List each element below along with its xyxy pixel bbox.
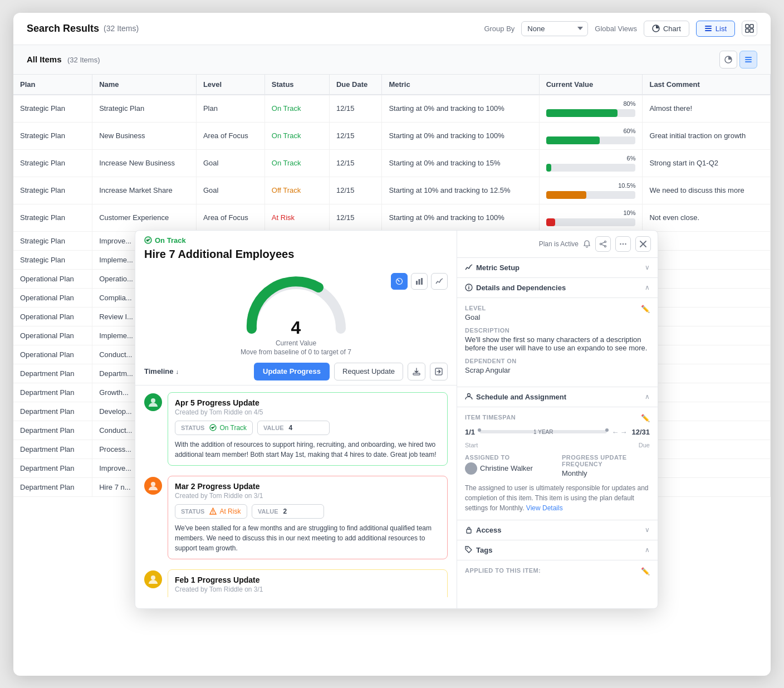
metric-setup-section-header[interactable]: Metric Setup ∨	[457, 258, 658, 278]
chart-view-button[interactable]: Chart	[644, 21, 689, 37]
metric-setup-label: Metric Setup	[476, 264, 520, 272]
cell-level: Area of Focus	[196, 122, 264, 149]
table-row[interactable]: Strategic Plan Customer Experience Area …	[13, 204, 771, 231]
close-panel-btn[interactable]	[635, 236, 651, 252]
line-chart-btn[interactable]	[431, 273, 448, 290]
bar-chart-btn[interactable]	[411, 273, 428, 290]
dependent-on-field: Dependent On Scrap Angular	[465, 358, 650, 374]
item-timespan-label-field: Item Timespan	[465, 414, 641, 422]
avatar-person-icon	[148, 397, 159, 408]
tags-section-header[interactable]: Tags ∧	[457, 540, 658, 560]
bell-icon	[583, 240, 591, 248]
more-options-btn[interactable]	[430, 363, 448, 380]
access-label: Access	[476, 526, 502, 534]
table-row[interactable]: Strategic Plan Strategic Plan Plan On Tr…	[13, 95, 771, 123]
svg-rect-10	[745, 59, 752, 60]
cell-name: Strategic Plan	[92, 95, 197, 123]
table-row[interactable]: Strategic Plan Increase New Business Goa…	[13, 149, 771, 177]
cell-plan: Department Plan	[13, 402, 92, 421]
gauge-desc: Move from baseline of 0 to target of 7	[241, 348, 352, 356]
share-icon	[435, 368, 443, 375]
progress-freq-field: Progress Update Frequency Monthly	[562, 454, 650, 477]
detail-right-pane: Plan is Active Metric Setup ∨	[457, 231, 658, 576]
cell-last-comment	[643, 477, 771, 496]
schedule-section-header[interactable]: Schedule and Assignment ∧	[457, 387, 658, 407]
update-item: Apr 5 Progress Update Created by Tom Rid…	[144, 392, 448, 466]
tags-section-body: Applied to this item: ✏️ ExpansionNew Bu…	[457, 560, 658, 576]
cell-plan: Strategic Plan	[13, 95, 92, 123]
timeline-bar: Timeline ↓ Update Progress Request Updat…	[135, 356, 457, 386]
year-label: 1 YEAR	[533, 429, 553, 435]
plan-active-text: Plan is Active	[539, 240, 579, 248]
gauge-sub-label: Current Value	[241, 339, 352, 347]
global-views-label: Global Views	[595, 25, 637, 33]
cell-status: Off Track	[264, 177, 329, 204]
download-btn[interactable]	[408, 363, 425, 380]
cell-last-comment	[643, 440, 771, 458]
chart-icon-group	[391, 273, 448, 290]
svg-rect-15	[416, 281, 418, 285]
view-details-link[interactable]: View Details	[526, 504, 563, 512]
svg-point-20	[151, 398, 155, 403]
svg-rect-16	[419, 279, 420, 285]
gauge-chart-btn[interactable]	[391, 273, 408, 290]
timespan-row: 1/1 1 YEAR ←→ 12/31	[465, 428, 650, 436]
edit-level-btn[interactable]: ✏️	[641, 305, 650, 313]
group-by-select[interactable]: None Plan Level	[521, 21, 588, 36]
svg-point-34	[623, 243, 624, 244]
col-header-name: Name	[92, 75, 197, 95]
col-header-status: Status	[264, 75, 329, 95]
list-view-btn[interactable]	[739, 51, 757, 69]
list-icon	[704, 25, 712, 32]
timespan-bar: 1 YEAR	[479, 430, 607, 433]
close-icon	[640, 241, 646, 247]
check-circle-icon	[144, 236, 152, 244]
cell-due-date: 12/15	[329, 122, 381, 149]
details-section-header[interactable]: Details and Dependencies ∧	[457, 278, 658, 298]
update-fields: STATUS On Track VALUE 4	[175, 421, 440, 435]
edit-tags-btn[interactable]: ✏️	[641, 567, 650, 575]
layout-toggle-button[interactable]	[742, 21, 757, 36]
share-panel-btn[interactable]	[595, 236, 611, 252]
cell-due-date: 12/15	[329, 149, 381, 177]
update-value-field: VALUE 2	[252, 504, 324, 519]
list-view-button[interactable]: List	[696, 21, 735, 37]
detail-title: Hire 7 Additional Employees	[135, 248, 457, 266]
cell-status: On Track	[264, 149, 329, 177]
timeline-label[interactable]: Timeline ↓	[144, 367, 179, 375]
cell-last-comment	[643, 288, 771, 307]
update-meta: Created by Tom Riddle on 3/1	[175, 492, 440, 500]
cell-last-comment: Strong start in Q1-Q2	[643, 149, 771, 177]
at-risk-icon	[209, 508, 217, 515]
group-by-label: Group By	[484, 25, 514, 33]
update-body: Mar 2 Progress Update Created by Tom Rid…	[168, 476, 448, 559]
request-update-button[interactable]: Request Update	[334, 363, 403, 380]
header-left: Search Results (32 Items)	[27, 23, 139, 35]
table-row[interactable]: Strategic Plan New Business Area of Focu…	[13, 122, 771, 149]
schedule-chevron: ∧	[645, 393, 650, 401]
edit-timespan-btn[interactable]: ✏️	[641, 414, 650, 422]
table-row[interactable]: Strategic Plan Increase Market Share Goa…	[13, 177, 771, 204]
progress-freq-value: Monthly	[562, 469, 650, 477]
cell-plan: Department Plan	[13, 364, 92, 383]
cell-metric: Starting at 0% and tracking to 15%	[382, 149, 539, 177]
cell-plan: Operational Plan	[13, 345, 92, 364]
cell-plan: Department Plan	[13, 421, 92, 440]
svg-line-31	[601, 242, 604, 243]
update-progress-button[interactable]: Update Progress	[254, 363, 330, 380]
cell-last-comment	[643, 383, 771, 402]
svg-rect-9	[745, 57, 752, 58]
avatar-person-icon	[148, 574, 159, 585]
pie-chart-view-btn[interactable]	[719, 51, 737, 69]
update-avatar	[144, 393, 162, 411]
download-icon	[413, 368, 420, 375]
description-label: Description	[465, 327, 650, 334]
svg-rect-5	[750, 25, 753, 28]
svg-point-35	[625, 243, 626, 244]
cell-last-comment	[643, 307, 771, 326]
access-section-header[interactable]: Access ∨	[457, 520, 658, 540]
more-panel-btn[interactable]	[615, 236, 631, 252]
assigned-to-label: Assigned To	[465, 454, 553, 461]
svg-rect-42	[467, 529, 471, 533]
start-date: 1/1	[465, 428, 475, 436]
